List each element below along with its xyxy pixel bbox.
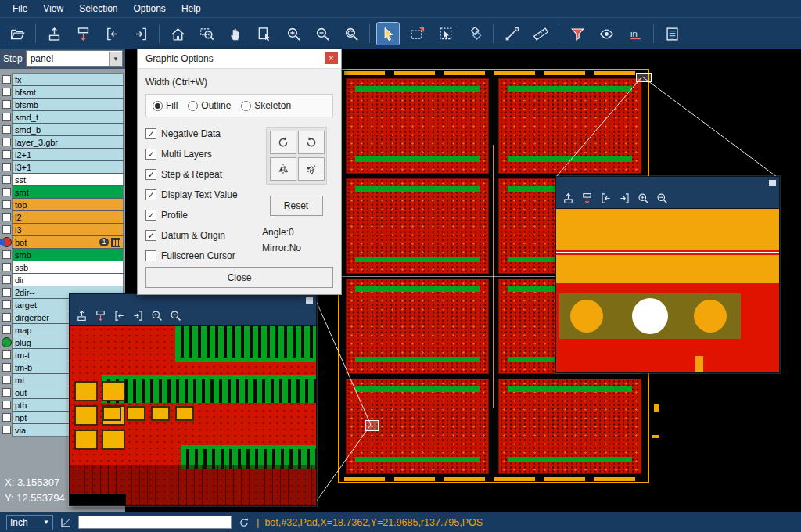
move-right-icon[interactable] [130,23,152,45]
layer-checkbox[interactable] [2,213,11,221]
layer-name[interactable]: l2+1 [13,149,123,160]
open-icon[interactable] [6,23,28,45]
layer-row-smt[interactable]: smt [0,186,125,198]
checkbox-multi-layers[interactable]: ✓Multi Layers [145,147,259,160]
layer-checkbox[interactable] [2,225,11,234]
zoom-in-icon[interactable] [282,23,304,45]
select-cursor-icon[interactable] [377,23,399,45]
unit-dropdown[interactable]: Inch ▼ [6,515,53,530]
place-top-icon[interactable] [73,307,90,325]
layer-checkbox[interactable] [2,113,11,121]
move-left-icon[interactable] [101,23,123,45]
layer-row-ssb[interactable]: ssb [0,261,125,273]
mirror-h-button[interactable] [270,157,296,181]
zoom-previous-icon[interactable] [340,23,362,45]
radio-fill[interactable]: Fill [153,100,178,111]
layer-checkbox[interactable] [2,288,11,297]
layer-row-bfsmb[interactable]: bfsmb [0,99,125,110]
layer-checkbox[interactable] [2,275,11,284]
checkbox-profile[interactable]: ✓Profile [145,208,259,221]
zoom-window-icon[interactable] [196,23,217,45]
layer-checkbox[interactable] [2,138,11,146]
checkbox-fullscreen-cursor[interactable]: Fullscreen Cursor [145,249,259,262]
checkbox-step-repeat[interactable]: ✓Step & Repeat [145,167,259,181]
checkbox-datum-origin[interactable]: ✓Datum & Origin [145,228,259,242]
ruler-icon[interactable] [530,23,551,45]
reset-button[interactable]: Reset [270,196,323,216]
pan-icon[interactable] [224,23,246,45]
zoom-out-icon[interactable] [167,307,184,325]
layer-checkbox[interactable] [2,350,11,359]
menu-view[interactable]: View [35,1,71,16]
layer-row-l2-1[interactable]: l2+1 [0,149,125,160]
place-top-icon[interactable] [559,190,577,207]
filter-icon[interactable] [566,23,588,45]
layer-checkbox[interactable] [2,376,11,384]
dialog-titlebar[interactable]: Graphic Options × [138,49,341,69]
layer-checkbox[interactable] [2,150,11,159]
checkbox-negative-data[interactable]: ✓Negative Data [145,127,259,140]
close-icon[interactable]: × [325,52,338,64]
chevron-down-icon[interactable]: ▼ [43,519,49,526]
radio-skeleton[interactable]: Skeleton [241,100,291,111]
layer-checkbox[interactable] [2,75,11,84]
layer-row-sst[interactable]: sst [0,174,125,185]
layer-name[interactable]: fx [13,74,123,85]
command-input[interactable] [78,516,232,529]
layer-name[interactable]: l2 [13,211,123,223]
select-transform-icon[interactable] [435,23,457,45]
layer-name[interactable]: l3+1 [13,161,123,173]
select-rectangle-icon[interactable] [406,23,428,45]
layer-checkbox[interactable] [2,413,11,422]
window-button-icon[interactable] [306,297,313,304]
refresh-icon[interactable] [237,516,251,530]
move-left-icon[interactable] [110,307,128,325]
layer-name[interactable]: bfsmb [13,99,123,110]
rotate-cw-button[interactable] [270,131,296,154]
layer-row-dir[interactable]: dir [0,274,125,286]
layer-checkbox[interactable] [2,175,11,184]
select-stamp-icon[interactable] [464,23,486,45]
layer-checkbox[interactable] [2,125,11,134]
layer-row-layer-3-gbr[interactable]: layer_3.gbr [0,136,125,148]
magnifier-window-2[interactable] [555,176,780,373]
magnifier-window-1[interactable] [69,293,317,506]
view-options-icon[interactable] [595,23,617,45]
layer-row-bot[interactable]: bot1 [0,236,125,248]
layer-name[interactable]: smd_t [13,111,123,123]
layer-checkbox[interactable] [2,263,11,271]
zoom-out-icon[interactable] [311,23,333,45]
layer-checkbox[interactable] [2,250,11,259]
chevron-down-icon[interactable]: ▼ [109,52,122,66]
move-right-icon[interactable] [616,190,633,207]
close-button[interactable]: Close [145,267,333,288]
move-left-icon[interactable] [597,190,614,207]
place-bottom-icon[interactable] [72,23,94,45]
snap-angle-icon[interactable] [59,516,73,530]
layer-checkbox[interactable] [2,388,11,397]
layer-name[interactable]: l3 [13,224,123,235]
place-top-icon[interactable] [43,23,65,45]
zoom-in-icon[interactable] [148,307,165,325]
radio-outline[interactable]: Outline [188,100,231,111]
layer-checkbox[interactable] [2,426,11,434]
layer-checkbox[interactable] [2,163,11,171]
magnifier-1-titlebar[interactable] [70,294,316,306]
layer-checkbox[interactable] [2,100,11,109]
place-bottom-icon[interactable] [578,190,595,207]
layer-name[interactable]: ssb [13,261,123,273]
layer-row-smb[interactable]: smb [0,249,125,261]
report-icon[interactable] [661,23,683,45]
layer-checkbox[interactable] [2,88,11,96]
menu-file[interactable]: File [5,1,35,16]
layer-row-top[interactable]: top [0,199,125,210]
layer-checkbox[interactable] [2,363,11,372]
layer-name[interactable]: smt [13,186,123,198]
layer-checkbox[interactable] [2,313,11,322]
checkbox-display-text-value[interactable]: ✓Display Text Value [145,188,259,201]
layer-checkbox[interactable] [2,325,11,334]
menu-options[interactable]: Options [126,1,174,16]
step-dropdown[interactable]: panel ▼ [26,50,123,67]
layer-row-bfsmt[interactable]: bfsmt [0,86,125,98]
magnifier-2-titlebar[interactable] [556,177,779,189]
